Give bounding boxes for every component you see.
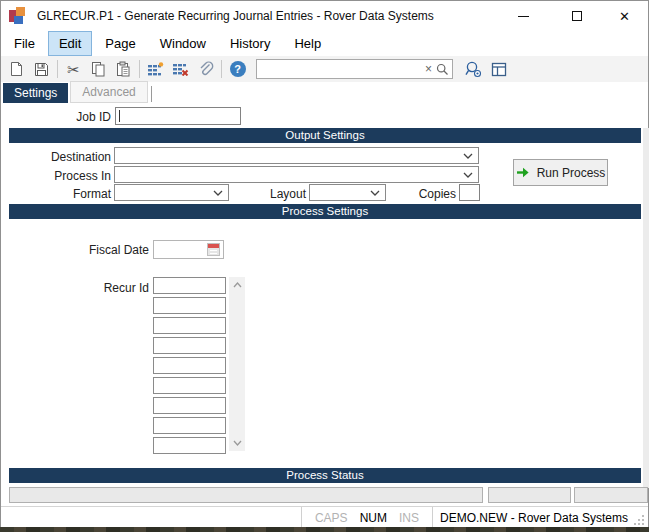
chevron-down-icon — [463, 153, 478, 159]
minimize-icon — [518, 16, 529, 17]
output-settings-header: Output Settings — [9, 128, 641, 143]
process-status-header: Process Status — [9, 468, 641, 483]
search-clear-icon[interactable]: × — [421, 63, 436, 75]
insert-row-icon — [147, 62, 164, 76]
recur-id-label: Recur Id — [1, 281, 149, 295]
job-id-label: Job ID — [1, 110, 111, 124]
session-info: DEMO.NEW - Rover Data Systems — [440, 511, 628, 525]
recur-scrollbar[interactable] — [229, 277, 245, 451]
fiscal-date-input[interactable] — [153, 240, 224, 259]
num-indicator: NUM — [360, 511, 387, 525]
destination-label: Destination — [1, 150, 111, 164]
cut-button[interactable]: ✂ — [61, 58, 86, 80]
delete-row-button[interactable] — [168, 58, 193, 80]
copy-button[interactable] — [86, 58, 111, 80]
search-icon[interactable] — [436, 63, 449, 76]
recur-id-list — [153, 277, 226, 457]
resize-grip-icon — [634, 514, 645, 525]
menu-item-edit[interactable]: Edit — [48, 31, 92, 56]
menu-item-history[interactable]: History — [219, 31, 281, 56]
format-select[interactable] — [114, 184, 229, 201]
copies-input[interactable] — [459, 184, 480, 201]
run-process-label: Run Process — [537, 166, 606, 180]
insert-row-button[interactable] — [143, 58, 168, 80]
tab-settings[interactable]: Settings — [3, 83, 68, 103]
layout-label: Layout — [236, 187, 306, 201]
chevron-down-icon — [463, 172, 478, 178]
fiscal-date-label: Fiscal Date — [1, 243, 149, 257]
app-icon[interactable] — [9, 7, 28, 26]
process-status-field — [488, 487, 571, 503]
attachment-button[interactable] — [193, 58, 218, 80]
save-icon — [34, 62, 49, 77]
recur-id-input[interactable] — [153, 277, 226, 294]
search-input[interactable] — [260, 62, 421, 76]
calendar-icon[interactable] — [207, 243, 220, 256]
menu-item-window[interactable]: Window — [149, 31, 217, 56]
lookup-button[interactable] — [461, 58, 486, 80]
recur-id-input[interactable] — [153, 337, 226, 354]
scroll-up-icon[interactable] — [229, 277, 245, 293]
toolbar-separator — [221, 60, 222, 78]
new-document-button[interactable] — [4, 58, 29, 80]
help-button[interactable]: ? — [225, 58, 250, 80]
status-bar: CAPS NUM INS DEMO.NEW - Rover Data Syste… — [1, 506, 648, 528]
maximize-icon — [572, 11, 582, 21]
menu-item-help[interactable]: Help — [283, 31, 332, 56]
tab-advanced[interactable]: Advanced — [70, 81, 147, 103]
process-status-fields — [1, 487, 649, 504]
process-in-select[interactable] — [114, 166, 479, 183]
menu-item-page[interactable]: Page — [94, 31, 146, 56]
layout-select[interactable] — [309, 184, 386, 201]
process-status-field — [9, 487, 483, 503]
recur-id-input[interactable] — [153, 317, 226, 334]
format-label: Format — [1, 187, 111, 201]
recur-id-input[interactable] — [153, 297, 226, 314]
recur-id-input[interactable] — [153, 437, 226, 454]
destination-select[interactable] — [114, 147, 479, 164]
right-gutter — [643, 128, 649, 488]
help-icon: ? — [230, 61, 246, 77]
tab-divider — [151, 86, 152, 102]
new-document-icon — [9, 61, 24, 77]
ins-indicator: INS — [399, 511, 419, 525]
recur-id-input[interactable] — [153, 417, 226, 434]
paste-icon — [116, 61, 131, 77]
recur-id-input[interactable] — [153, 377, 226, 394]
toolbar-separator — [139, 60, 140, 78]
save-button[interactable] — [29, 58, 54, 80]
desktop-background — [0, 527, 649, 532]
process-in-label: Process In — [1, 169, 111, 183]
chevron-down-icon — [370, 190, 385, 196]
text-caret — [119, 110, 120, 122]
job-id-input[interactable] — [115, 107, 241, 125]
tab-strip: Settings Advanced — [3, 83, 152, 103]
delete-row-icon — [172, 62, 189, 76]
close-icon: ✕ — [619, 10, 630, 23]
paste-button[interactable] — [111, 58, 136, 80]
window-title: GLRECUR.P1 - Generate Recurring Journal … — [37, 9, 434, 23]
toolbar: ✂ ? × — [1, 56, 648, 82]
run-process-button[interactable]: Run Process — [513, 159, 608, 186]
statusbar-divider — [301, 507, 302, 528]
minimize-button[interactable] — [501, 1, 546, 31]
close-button[interactable]: ✕ — [602, 1, 647, 31]
statusbar-divider — [432, 507, 433, 528]
layout-button[interactable] — [486, 58, 511, 80]
process-status-field — [574, 487, 648, 503]
cut-icon: ✂ — [67, 62, 80, 77]
caps-indicator: CAPS — [315, 511, 348, 525]
recur-id-input[interactable] — [153, 357, 226, 374]
layout-panels-icon — [491, 62, 507, 77]
toolbar-separator — [57, 60, 58, 78]
resize-grip[interactable] — [634, 511, 646, 525]
title-bar: GLRECUR.P1 - Generate Recurring Journal … — [1, 1, 648, 31]
maximize-button[interactable] — [554, 1, 599, 31]
scroll-down-icon[interactable] — [229, 435, 245, 451]
lookup-eye-icon — [465, 61, 483, 78]
recur-id-input[interactable] — [153, 397, 226, 414]
process-settings-header: Process Settings — [9, 204, 641, 219]
menu-item-file[interactable]: File — [3, 31, 46, 56]
copies-label: Copies — [386, 187, 456, 201]
copy-icon — [91, 61, 106, 77]
